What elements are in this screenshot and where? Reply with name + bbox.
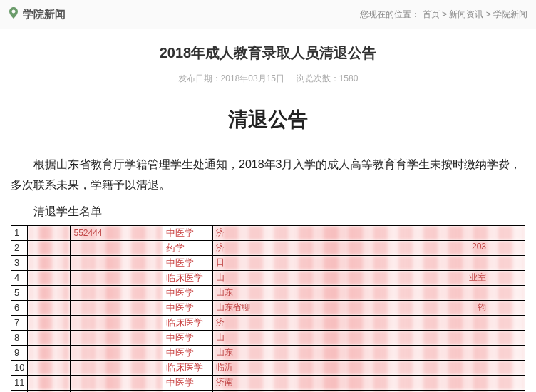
redacted-cell	[28, 285, 71, 300]
table-row: 8中医学山	[11, 330, 525, 345]
redacted-cell	[28, 255, 71, 270]
redacted-cell	[28, 330, 71, 345]
redacted-cell	[28, 225, 71, 240]
major-cell: 中医学	[163, 375, 213, 390]
redacted-cell	[28, 270, 71, 285]
table-row: 1552444中医学济	[11, 225, 525, 240]
redacted-cell: 山	[213, 330, 525, 345]
redacted-cell	[71, 300, 163, 315]
article-container: 2018年成人教育录取人员清退公告 发布日期：2018年03月15日 浏览次数：…	[0, 29, 536, 392]
redacted-cell	[28, 315, 71, 330]
meta-views: 1580	[339, 73, 359, 83]
redacted-cell	[71, 330, 163, 345]
major-cell: 中医学	[163, 255, 213, 270]
redacted-cell	[28, 240, 71, 255]
header-bar: 学院新闻 您现在的位置： 首页 > 新闻资讯 > 学院新闻	[0, 0, 536, 29]
row-number: 5	[11, 285, 28, 300]
redacted-cell	[71, 360, 163, 375]
table-row: 2药学济203	[11, 240, 525, 255]
breadcrumb-home-link[interactable]: 首页	[423, 9, 440, 19]
row-number: 9	[11, 345, 28, 360]
redacted-cell	[28, 300, 71, 315]
student-table: 1552444中医学济2药学济2033中医学日4临床医学山业室5中医学山东6中医…	[11, 225, 525, 392]
table-row: 4临床医学山业室	[11, 270, 525, 285]
major-cell: 临床医学	[163, 270, 213, 285]
article-meta: 发布日期：2018年03月15日 浏览次数：1580	[11, 73, 525, 85]
major-cell: 中医学	[163, 225, 213, 240]
redacted-cell: 临沂	[213, 360, 525, 375]
major-cell: 中医学	[163, 330, 213, 345]
redacted-cell	[71, 240, 163, 255]
meta-date: 2018年03月15日	[221, 73, 284, 83]
redacted-cell	[71, 345, 163, 360]
breadcrumb-news-link[interactable]: 新闻资讯	[449, 9, 483, 19]
redacted-cell	[71, 255, 163, 270]
meta-date-label: 发布日期：	[178, 73, 221, 83]
redacted-cell	[28, 360, 71, 375]
notice-heading: 清退公告	[11, 106, 525, 133]
major-cell: 临床医学	[163, 360, 213, 375]
row-number: 7	[11, 315, 28, 330]
redacted-cell: 济	[213, 225, 525, 240]
major-cell: 临床医学	[163, 315, 213, 330]
major-cell: 药学	[163, 240, 213, 255]
table-row: 5中医学山东	[11, 285, 525, 300]
redacted-cell: 济203	[213, 240, 525, 255]
notice-body: 根据山东省教育厅学籍管理学生处通知，2018年3月入学的成人高等教育育学生未按时…	[11, 155, 525, 196]
redacted-cell: 山东	[213, 285, 525, 300]
redacted-cell	[28, 345, 71, 360]
redacted-cell: 山业室	[213, 270, 525, 285]
row-number: 6	[11, 300, 28, 315]
redacted-cell: 山东	[213, 345, 525, 360]
table-row: 7临床医学济	[11, 315, 525, 330]
breadcrumb-prefix: 您现在的位置：	[360, 9, 420, 19]
row-number: 10	[11, 360, 28, 375]
breadcrumb-separator: >	[486, 9, 491, 19]
meta-views-label: 浏览次数：	[297, 73, 339, 83]
table-row: 6中医学山东省聊钧	[11, 300, 525, 315]
table-row: 11中医学济南	[11, 375, 525, 390]
major-cell: 中医学	[163, 285, 213, 300]
row-number: 4	[11, 270, 28, 285]
location-pin-icon	[9, 7, 19, 21]
row-number: 8	[11, 330, 28, 345]
row-number: 3	[11, 255, 28, 270]
header-left: 学院新闻	[9, 7, 66, 21]
row-number: 11	[11, 375, 28, 390]
redacted-cell: 552444	[71, 225, 163, 240]
row-number: 1	[11, 225, 28, 240]
redacted-cell	[71, 315, 163, 330]
breadcrumb-separator: >	[442, 9, 447, 19]
redacted-cell: 济南	[213, 375, 525, 390]
article-title: 2018年成人教育录取人员清退公告	[11, 43, 525, 63]
table-row: 3中医学日	[11, 255, 525, 270]
redacted-cell	[71, 285, 163, 300]
redacted-cell	[71, 375, 163, 390]
breadcrumb-current: 学院新闻	[493, 9, 527, 19]
redacted-cell	[71, 270, 163, 285]
redacted-cell: 日	[213, 255, 525, 270]
row-number: 2	[11, 240, 28, 255]
table-row: 10临床医学临沂	[11, 360, 525, 375]
section-title: 学院新闻	[23, 8, 66, 21]
major-cell: 中医学	[163, 345, 213, 360]
table-row: 9中医学山东	[11, 345, 525, 360]
breadcrumb: 您现在的位置： 首页 > 新闻资讯 > 学院新闻	[360, 9, 527, 21]
redacted-cell	[28, 375, 71, 390]
major-cell: 中医学	[163, 300, 213, 315]
redacted-cell: 山东省聊钧	[213, 300, 525, 315]
list-heading: 清退学生名单	[34, 205, 525, 220]
redacted-cell: 济	[213, 315, 525, 330]
